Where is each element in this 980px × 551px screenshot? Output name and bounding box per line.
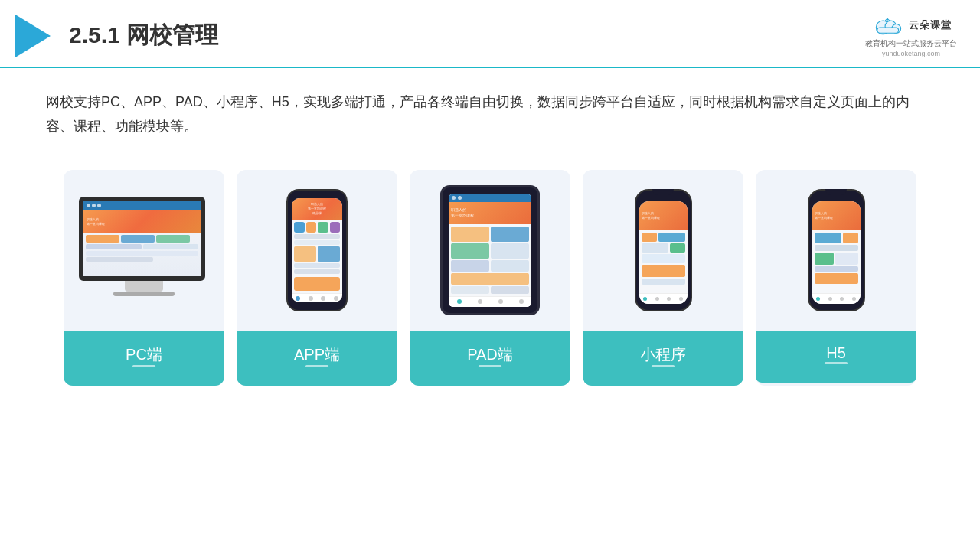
cloud-logo-icon [871, 14, 904, 37]
screen-content: 职选人的第一堂均课程 [83, 201, 201, 276]
card-pad: 职选人的第一堂均课程 [410, 170, 570, 386]
monitor-screen: 职选人的第一堂均课程 [79, 197, 205, 281]
logo-triangle-icon [15, 15, 51, 57]
h5-phone-icon: 职选人的第一堂均课程 [808, 189, 865, 311]
card-pc-label: PC端 [64, 331, 224, 386]
header: 2.5.1 网校管理 云朵课堂 教育机构一站式服务云平台 yunduoketan… [0, 0, 980, 68]
section-number: 2.5.1 [69, 22, 120, 47]
card-h5: 职选人的第一堂均课程 [756, 170, 916, 386]
pad-device-icon: 职选人的第一堂均课程 [440, 185, 540, 315]
mini-phone-icon: 职选人的第一堂均课程 [635, 189, 692, 311]
card-pad-image: 职选人的第一堂均课程 [410, 170, 570, 331]
card-pc-image: 职选人的第一堂均课程 [64, 170, 224, 331]
description-paragraph: 网校支持PC、APP、PAD、小程序、H5，实现多端打通，产品各终端自由切换，数… [46, 90, 934, 139]
app-phone-icon: 职选人的第一堂均课程精品课 [286, 189, 348, 311]
cards-container: 职选人的第一堂均课程 [0, 155, 980, 401]
card-h5-label: H5 [756, 331, 916, 383]
section-title: 网校管理 [126, 22, 218, 47]
page-title: 2.5.1 网校管理 [69, 20, 218, 51]
brand-url: yunduoketang.com [882, 50, 940, 57]
brand-logo: 云朵课堂 [871, 14, 952, 37]
brand-area: 云朵课堂 教育机构一站式服务云平台 yunduoketang.com [865, 14, 957, 57]
card-mini: 职选人的第一堂均课程 [583, 170, 743, 386]
brand-name: 云朵课堂 [909, 18, 952, 32]
card-mini-label: 小程序 [583, 331, 743, 386]
card-app: 职选人的第一堂均课程精品课 [237, 170, 397, 386]
pc-monitor-icon: 职选人的第一堂均课程 [79, 197, 209, 304]
card-pad-label: PAD端 [410, 331, 570, 386]
header-left: 2.5.1 网校管理 [15, 15, 218, 57]
card-pc: 职选人的第一堂均课程 [64, 170, 224, 386]
description-text: 网校支持PC、APP、PAD、小程序、H5，实现多端打通，产品各终端自由切换，数… [0, 68, 980, 155]
card-h5-image: 职选人的第一堂均课程 [756, 170, 916, 331]
card-mini-image: 职选人的第一堂均课程 [583, 170, 743, 331]
svg-rect-3 [877, 28, 899, 33]
card-app-label: APP端 [237, 331, 397, 386]
brand-tagline: 教育机构一站式服务云平台 [865, 38, 957, 49]
card-app-image: 职选人的第一堂均课程精品课 [237, 170, 397, 331]
screen-nav [83, 201, 201, 210]
